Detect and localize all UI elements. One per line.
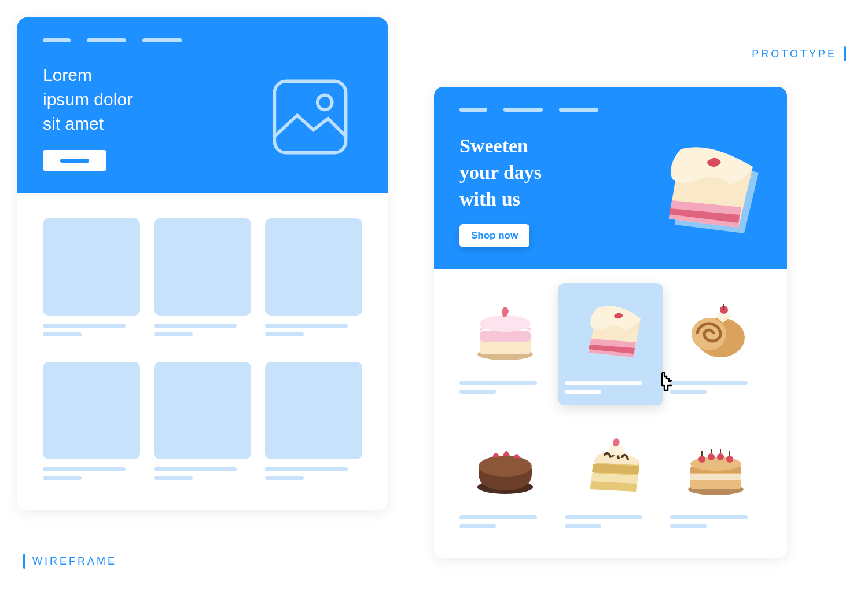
svg-point-18 [698,456,705,463]
product-card-placeholder[interactable] [43,218,140,341]
product-image-placeholder [265,362,362,459]
svg-rect-0 [274,81,345,152]
nav-item-placeholder[interactable] [459,108,487,112]
nav-item-placeholder[interactable] [503,108,543,112]
wireframe-label: WIREFRAME [23,554,117,569]
svg-point-17 [690,457,741,471]
wireframe-panel: Lorem ipsum dolor sit amet [17,17,388,510]
cake-icon [470,299,540,363]
prototype-label: PROTOTYPE [752,46,846,61]
cherry-cake-icon [681,434,751,497]
wireframe-nav [43,38,362,42]
svg-point-5 [480,316,531,332]
prototype-nav [459,108,762,112]
product-image-placeholder [43,362,140,459]
product-card-placeholder[interactable] [154,218,251,341]
product-card-strawberry-slice[interactable] [558,283,663,406]
svg-point-19 [708,453,715,460]
prototype-label-text: PROTOTYPE [752,48,837,60]
cake-slice-hero-icon [640,138,767,242]
label-bar-icon [844,46,846,61]
svg-point-20 [717,453,724,460]
prototype-hero-text: Sweeten your days with us [459,133,542,213]
product-image-placeholder [265,218,362,316]
label-bar-icon [23,554,25,569]
wireframe-product-grid [17,193,388,510]
wireframe-hero: Lorem ipsum dolor sit amet [17,17,388,193]
prototype-panel: Sweeten your days with us Shop now [434,87,787,558]
nav-item-placeholder[interactable] [43,38,71,42]
shop-now-button[interactable]: Shop now [459,224,529,247]
product-card-placeholder[interactable] [265,218,362,341]
product-card-strawberry-cream-cake[interactable] [459,290,551,399]
product-card-swiss-roll[interactable] [670,290,762,399]
cake-slice-icon [576,299,645,363]
chocolate-cake-icon [470,434,540,497]
svg-point-1 [318,95,332,109]
nav-item-placeholder[interactable] [559,108,598,112]
product-card-placeholder[interactable] [154,362,251,485]
product-image-placeholder [154,362,251,459]
product-card-placeholder[interactable] [43,362,140,485]
product-card-placeholder[interactable] [265,362,362,485]
swiss-roll-icon [681,299,751,363]
svg-rect-15 [690,474,741,480]
wireframe-cta-button[interactable] [43,150,106,171]
nav-item-placeholder[interactable] [142,38,182,42]
wireframe-hero-text: Lorem ipsum dolor sit amet [43,63,133,136]
wireframe-label-text: WIREFRAME [32,555,117,567]
image-placeholder-icon [270,76,351,158]
product-image-placeholder [154,218,251,316]
svg-point-11 [479,456,532,477]
product-image-placeholder [43,218,140,316]
nav-item-placeholder[interactable] [87,38,126,42]
product-card-chocolate-strawberry-cake[interactable] [459,424,551,533]
prototype-hero: Sweeten your days with us Shop now [434,87,787,269]
svg-rect-4 [480,331,531,342]
prototype-product-grid [434,269,787,558]
svg-point-21 [726,456,733,463]
product-card-cherry-layer-cake[interactable] [670,424,762,533]
product-card-layered-sponge[interactable] [565,424,656,533]
layered-sponge-icon [576,434,645,497]
